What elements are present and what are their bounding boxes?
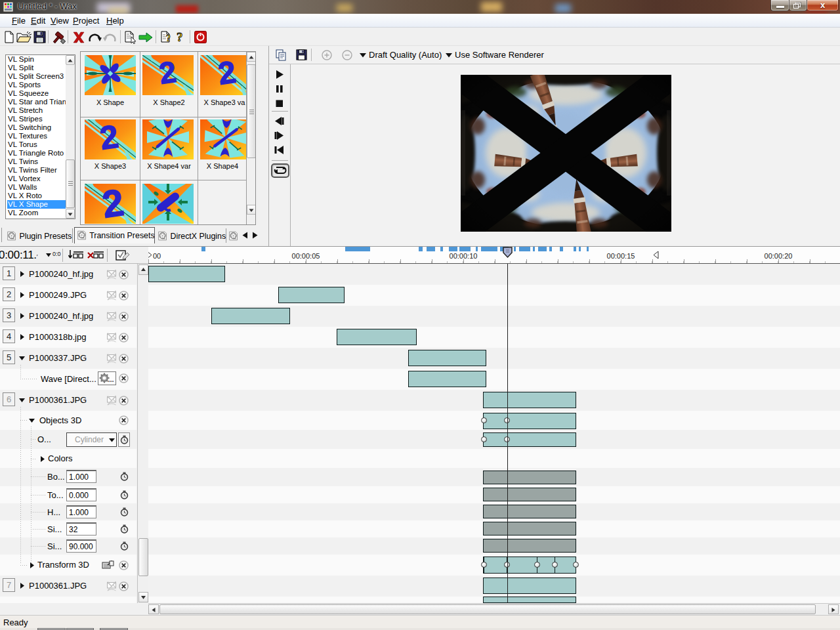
svg-text:?: ? [166,33,171,43]
svg-text:?: ? [177,31,183,44]
svg-text:...: ... [108,375,114,383]
